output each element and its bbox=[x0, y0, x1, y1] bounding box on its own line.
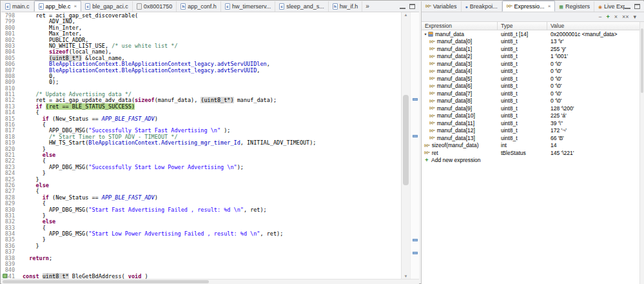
source-file-icon: h bbox=[333, 3, 338, 10]
occurrence-mark[interactable] bbox=[413, 135, 418, 137]
maximize-editor-icon[interactable] bbox=[409, 4, 415, 9]
expression-row-sizeof-manuf-data[interactable]: (x)=sizeof(manuf_data)int14 bbox=[422, 142, 639, 150]
expressions-vscroll-thumb[interactable] bbox=[641, 28, 643, 93]
expression-row-manuf-data-13[interactable]: (x)=manuf_data[13]uint8_t66 'B' bbox=[422, 134, 639, 142]
expression-row-manuf-data-12[interactable]: (x)=manuf_data[12]uint8_t172 '¬' bbox=[422, 127, 639, 135]
expression-row-manuf-data-11[interactable]: (x)=manuf_data[11]uint8_t39 '\'' bbox=[422, 119, 639, 127]
view-tab-breakpoi[interactable]: ●Breakpoi... bbox=[462, 1, 502, 12]
code-line-809: 809 0); bbox=[1, 79, 397, 85]
view-tab-variables[interactable]: (x)=Variables bbox=[422, 1, 462, 12]
tab-label: hw_timerserv... bbox=[232, 3, 271, 10]
add-expression-icon[interactable]: + bbox=[424, 157, 429, 163]
code-text: APP_DBG_MSG("Start Fast Advertising Fail… bbox=[19, 207, 267, 213]
type-cell: int bbox=[498, 142, 547, 148]
create-expression-icon[interactable]: + bbox=[606, 14, 609, 20]
value-cell: 128 '\200' bbox=[547, 105, 639, 112]
occurrence-mark[interactable] bbox=[413, 239, 418, 241]
editor-tab-main-c[interactable]: cmain.c bbox=[1, 1, 34, 12]
expand-arrow-icon[interactable]: ▾ bbox=[423, 32, 428, 36]
editor-tab-0x8001750[interactable]: 0x8001750 bbox=[133, 1, 177, 12]
editor-tab-hw-if-h[interactable]: hhw_if.h bbox=[329, 1, 363, 12]
watch-expression-icon: (x)= bbox=[429, 99, 435, 103]
editor-tab-app-conf-h[interactable]: happ_conf.h bbox=[177, 1, 221, 12]
expression-row-manuf-data-10[interactable]: (x)=manuf_data[10]uint8_t225 'á' bbox=[422, 112, 639, 120]
type-cell: uint8_t bbox=[498, 105, 547, 112]
tab-overflow-chevron-icon[interactable]: » bbox=[362, 3, 373, 10]
expression-cell: (x)=manuf_data[2] bbox=[422, 53, 498, 59]
code-text: const uint8_t* BleGetBdAddress( void ) bbox=[19, 274, 148, 279]
expression-row-manuf-data-2[interactable]: (x)=manuf_data[2]uint8_t1 '\001' bbox=[422, 53, 639, 61]
overview-ruler[interactable] bbox=[410, 12, 419, 279]
value-cell: 0 '\0' bbox=[547, 76, 639, 82]
editor-tab-app-ble-c[interactable]: capp_ble.c× bbox=[34, 1, 82, 12]
watch-expression-icon: (x)= bbox=[429, 92, 435, 96]
watch-expression-icon: (x)= bbox=[429, 85, 435, 88]
expressions-view-toolbar: −+×××▾ bbox=[422, 12, 644, 22]
expression-cell: (x)=manuf_data[5] bbox=[422, 76, 498, 82]
editor-horizontal-scrollbar[interactable] bbox=[1, 279, 419, 284]
occurrence-mark[interactable] bbox=[413, 98, 418, 101]
editor-tab-sleep-and-s[interactable]: csleep_and_s... bbox=[275, 1, 329, 12]
view-menu-icon[interactable]: ▾ bbox=[633, 14, 636, 20]
expression-row-manuf-data-1[interactable]: (x)=manuf_data[1]uint8_t255 'ÿ' bbox=[422, 45, 639, 53]
editor-tab-ble-gap-aci-c[interactable]: cble_gap_aci.c bbox=[81, 1, 133, 12]
code-editor[interactable]: 798 ret = aci_gap_set_discoverable(799 A… bbox=[1, 12, 419, 279]
editor-vertical-scrollbar[interactable]: ▲ ▼ bbox=[401, 12, 410, 279]
editor-pane: cmain.ccapp_ble.c×cble_gap_aci.c0x800175… bbox=[1, 1, 419, 284]
type-cell: uint8_t [14] bbox=[498, 31, 547, 37]
expression-row-manuf-data-6[interactable]: (x)=manuf_data[6]uint8_t0 '\0' bbox=[422, 83, 639, 90]
expression-cell: (x)=manuf_data[11] bbox=[422, 120, 498, 127]
code-line-828: 828 if (New_Status == APP_BLE_FAST_ADV) bbox=[1, 195, 397, 201]
expression-label: manuf_data[1] bbox=[437, 46, 472, 52]
binary-file-icon bbox=[137, 3, 142, 10]
maximize-view-icon[interactable] bbox=[634, 4, 640, 9]
expression-row-manuf-data-0[interactable]: (x)=manuf_data[0]uint8_t13 '\r' bbox=[422, 38, 639, 46]
expression-row-ret[interactable]: (x)=rettBleStatus145 '\221' bbox=[422, 149, 639, 157]
expression-row-manuf-data-9[interactable]: (x)=manuf_data[9]uint8_t128 '\200' bbox=[422, 105, 639, 112]
add-new-expression-row[interactable]: +Add new expression bbox=[422, 157, 639, 165]
value-cell: 14 bbox=[547, 142, 639, 148]
collapse-all-icon[interactable]: − bbox=[598, 14, 601, 20]
remove-all-expressions-icon[interactable]: ×× bbox=[622, 14, 629, 20]
expression-row-manuf-data-3[interactable]: (x)=manuf_data[3]uint8_t0 '\0' bbox=[422, 60, 639, 68]
editor-hscroll-thumb[interactable] bbox=[3, 280, 209, 283]
scroll-down-icon[interactable]: ▼ bbox=[402, 274, 410, 279]
expression-label: manuf_data[7] bbox=[437, 90, 472, 97]
remove-expression-icon[interactable]: × bbox=[614, 14, 618, 20]
minimize-editor-icon[interactable] bbox=[400, 4, 405, 9]
expression-label: manuf_data[5] bbox=[437, 76, 472, 82]
watch-expression-icon: (x)= bbox=[424, 151, 430, 155]
expression-row-manuf-data-5[interactable]: (x)=manuf_data[5]uint8_t0 '\0' bbox=[422, 75, 639, 83]
value-cell: 0 '\0' bbox=[547, 61, 639, 67]
scroll-up-icon[interactable]: ▲ bbox=[402, 12, 410, 17]
tab-label: hw_if.h bbox=[340, 3, 358, 10]
close-tab-icon[interactable]: × bbox=[74, 4, 77, 9]
expression-row-manuf-data-7[interactable]: (x)=manuf_data[7]uint8_t0 '\0' bbox=[422, 90, 639, 97]
editor-tab-hw-timerserv[interactable]: chw_timerserv... bbox=[221, 1, 275, 12]
editor-vscroll-thumb[interactable] bbox=[403, 95, 409, 185]
variables-icon: (x)= bbox=[425, 5, 431, 8]
minimize-view-icon[interactable] bbox=[625, 4, 630, 9]
code-area[interactable]: 798 ret = aci_gap_set_discoverable(799 A… bbox=[1, 13, 397, 279]
expression-label: manuf_data[2] bbox=[437, 53, 472, 59]
expressions-vertical-scrollbar[interactable] bbox=[639, 22, 644, 284]
close-tab-icon[interactable]: × bbox=[548, 4, 551, 9]
value-cell: 255 'ÿ' bbox=[547, 46, 639, 52]
tab-label: Live Expr... bbox=[604, 3, 625, 10]
value-cell: 0x2000001c <manuf_data> bbox=[547, 31, 639, 37]
tab-label: sleep_and_s... bbox=[286, 3, 324, 10]
view-tab-live-expr[interactable]: ◉Live Expr... bbox=[594, 1, 625, 12]
view-tab-expressio[interactable]: (x)=Expressio...× bbox=[502, 1, 555, 12]
expression-row-manuf-data[interactable]: ▾manuf_datauint8_t [14]0x2000001c <manuf… bbox=[422, 30, 639, 38]
code-line-834: 834 APP_DBG_MSG("Start Low Power Adverti… bbox=[1, 231, 397, 237]
expression-row-manuf-data-4[interactable]: (x)=manuf_data[4]uint8_t0 '\0' bbox=[422, 68, 639, 76]
view-tab-registers[interactable]: ▦Registers bbox=[555, 1, 594, 12]
occurrence-mark[interactable] bbox=[413, 252, 418, 254]
editor-marker-icon[interactable] bbox=[3, 274, 7, 278]
array-variable-icon bbox=[428, 32, 433, 37]
column-header-type[interactable]: Type bbox=[498, 22, 547, 30]
expression-row-manuf-data-8[interactable]: (x)=manuf_data[8]uint8_t0 '\0' bbox=[422, 97, 639, 105]
column-header-value[interactable]: Value bbox=[547, 22, 639, 30]
column-header-expression[interactable]: Expression bbox=[422, 22, 498, 30]
expression-label: manuf_data[10] bbox=[437, 112, 475, 119]
